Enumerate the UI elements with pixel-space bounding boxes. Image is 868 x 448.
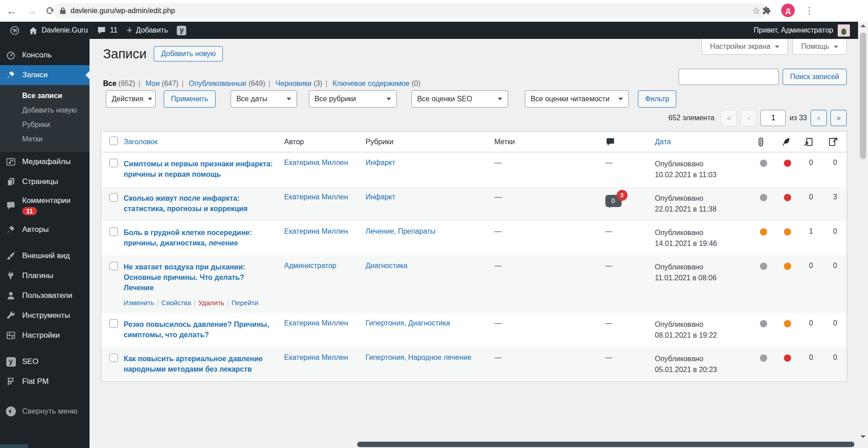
view-drafts[interactable]: Черновики [275, 80, 311, 87]
admin-sidebar: Консоль Записи Все записи Добавить новую… [0, 39, 90, 448]
categories-filter-select[interactable]: Все рубрики [309, 90, 397, 108]
pending-comments-badge[interactable]: 3 [617, 190, 627, 201]
url-text[interactable]: davlenie.guru/wp-admin/edit.php [71, 7, 175, 15]
sidebar-item-comments[interactable]: Комментарии 11 [0, 192, 90, 220]
post-title-link[interactable]: Резко повысилось давление? Причины, симп… [124, 319, 275, 340]
scroll-down-arrow-icon[interactable] [860, 435, 866, 438]
select-all-checkbox[interactable] [109, 137, 118, 145]
readability-filter-select[interactable]: Все оценки читаемости [525, 90, 629, 108]
view-published[interactable]: Опубликованные [189, 80, 246, 87]
browser-profile-avatar[interactable]: Д [781, 4, 795, 17]
row-checkbox[interactable] [109, 262, 118, 270]
row-checkbox[interactable] [109, 193, 118, 202]
sidebar-item-dashboard[interactable]: Консоль [0, 45, 90, 65]
admin-bar-comments[interactable]: 11 [92, 22, 122, 39]
trash-link[interactable]: Удалить [198, 299, 224, 307]
categories-link[interactable]: Диагностика [366, 262, 408, 269]
incoming-links-count: 0 [799, 255, 824, 313]
search-posts-button[interactable]: Поиск записей [783, 69, 847, 85]
edit-link[interactable]: Изменить [124, 299, 155, 307]
view-link[interactable]: Перейти [231, 299, 258, 307]
sidebar-label: Страницы [22, 177, 58, 186]
browser-chrome: ← → ⟳ davlenie.guru/wp-admin/edit.php ☆ … [0, 0, 868, 22]
submenu-categories[interactable]: Рубрики [0, 118, 90, 132]
admin-bar-yoast[interactable]: y [172, 22, 191, 39]
comment-count-bubble[interactable]: 0 3 [605, 195, 622, 207]
sidebar-item-appearance[interactable]: Внешний вид [0, 246, 90, 266]
post-title-link[interactable]: Как повысить артериальное давление народ… [124, 354, 275, 374]
post-title-link[interactable]: Боль в грудной клетке посередине: причин… [124, 227, 275, 248]
post-title-link[interactable]: Сколько живут после инфаркта: статистика… [124, 193, 275, 214]
sidebar-item-tools[interactable]: Инструменты [0, 306, 90, 325]
add-new-button[interactable]: Добавить новую [154, 46, 223, 61]
home-icon [28, 26, 38, 35]
scroll-up-arrow-icon[interactable] [860, 24, 866, 27]
author-link[interactable]: Екатерина Миллен [284, 159, 348, 166]
horizontal-scrollbar-thumb[interactable] [357, 442, 854, 447]
browser-menu-icon[interactable]: ⋮ [805, 5, 814, 16]
sidebar-item-pages[interactable]: Страницы [0, 172, 90, 192]
submenu-all-posts[interactable]: Все записи [0, 89, 90, 103]
quick-edit-link[interactable]: Свойства [161, 299, 191, 307]
column-title[interactable]: Заголовок [119, 132, 280, 152]
submenu-add-new[interactable]: Добавить новую [0, 103, 90, 118]
wp-logo[interactable] [5, 22, 24, 39]
view-count: (649) [248, 80, 265, 87]
row-checkbox[interactable] [109, 227, 118, 236]
sidebar-item-settings[interactable]: Настройки [0, 325, 90, 345]
sidebar-item-seo[interactable]: y SEO [0, 352, 90, 372]
last-page-button[interactable]: » [830, 110, 847, 126]
sidebar-item-authors[interactable]: Авторы [0, 220, 90, 240]
categories-link[interactable]: Лечение, Препараты [366, 227, 436, 235]
author-link[interactable]: Администратор [284, 262, 336, 269]
current-page-input[interactable] [760, 110, 786, 126]
row-checkbox[interactable] [109, 319, 118, 328]
categories-link[interactable]: Инфаркт [366, 193, 396, 201]
next-page-button[interactable]: › [811, 110, 827, 126]
post-title-link[interactable]: Симптомы и первые признаки инфаркта: при… [124, 159, 275, 179]
filter-button[interactable]: Фильтр [638, 90, 677, 108]
admin-bar-new[interactable]: + Добавить [122, 22, 173, 39]
admin-greeting[interactable]: Привет, Администратор [754, 26, 833, 34]
dates-filter-select[interactable]: Все даты [231, 90, 297, 108]
search-input[interactable] [679, 69, 779, 85]
horizontal-scrollbar[interactable] [90, 441, 858, 448]
collapse-arrow-icon [5, 406, 16, 417]
row-checkbox[interactable] [109, 159, 118, 167]
sidebar-item-users[interactable]: Пользователи [0, 286, 90, 306]
vertical-scrollbar[interactable] [858, 22, 868, 448]
categories-link[interactable]: Инфаркт [366, 159, 396, 166]
view-cornerstone[interactable]: Ключевое содержимое [333, 80, 410, 87]
column-comments[interactable] [601, 132, 651, 152]
author-link[interactable]: Екатерина Миллен [284, 227, 348, 235]
categories-link[interactable]: Гипертония, Народное лечение [366, 354, 472, 361]
screen-options-tab[interactable]: Настройки экрана [702, 39, 788, 55]
prev-page-button: ‹ [741, 110, 757, 126]
admin-bar-site-link[interactable]: Davlenie.Guru [24, 22, 92, 39]
author-link[interactable]: Екатерина Миллен [284, 319, 348, 327]
sidebar-item-plugins[interactable]: Плагины [0, 266, 90, 286]
collapse-menu-button[interactable]: Свернуть меню [0, 401, 90, 421]
author-link[interactable]: Екатерина Миллен [284, 354, 348, 361]
categories-link[interactable]: Гипертония, Диагностика [366, 319, 450, 327]
bulk-actions-select[interactable]: Действия [106, 90, 156, 108]
extensions-icon[interactable] [761, 5, 771, 15]
sidebar-item-media[interactable]: Медиафайлы [0, 152, 90, 172]
view-all[interactable]: Все [103, 80, 116, 87]
author-link[interactable]: Екатерина Миллен [284, 193, 348, 201]
bookmark-star-icon[interactable]: ☆ [752, 5, 760, 16]
sidebar-item-flatpm[interactable]: Flat PM [0, 372, 90, 391]
column-date[interactable]: Дата [651, 132, 751, 152]
row-checkbox[interactable] [109, 354, 118, 362]
view-mine[interactable]: Мои [146, 80, 160, 87]
help-tab[interactable]: Помощь [793, 39, 847, 55]
sidebar-item-posts[interactable]: Записи [0, 65, 90, 85]
vertical-scrollbar-thumb[interactable] [860, 33, 866, 159]
address-bar[interactable]: davlenie.guru/wp-admin/edit.php ☆ [53, 3, 767, 19]
submenu-tags[interactable]: Метки [0, 132, 90, 146]
browser-back-icon[interactable]: ← [6, 3, 17, 19]
seo-filter-select[interactable]: Все оценки SEO [411, 90, 508, 108]
apply-button[interactable]: Применить [164, 90, 216, 108]
post-title-link[interactable]: Не хватает воздуха при дыхании: Основные… [124, 262, 275, 293]
user-avatar[interactable] [838, 24, 850, 37]
